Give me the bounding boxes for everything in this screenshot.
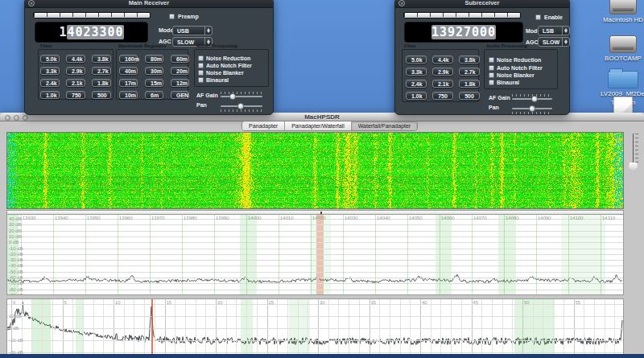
enable-checkbox[interactable] [535, 14, 541, 20]
db-gridline [7, 265, 623, 266]
folder-icon[interactable] [608, 71, 638, 88]
bandstack-button-30m[interactable]: 30m [145, 67, 163, 75]
bandstack-button-gen[interactable]: GEN [171, 91, 189, 99]
db-gridline [7, 352, 623, 353]
mhz-gridline [31, 299, 32, 354]
bandstack-button-17m[interactable]: 17m [119, 79, 138, 87]
binaural-checkbox[interactable] [489, 80, 494, 85]
filter-button-1_0k[interactable]: 1.0k [40, 91, 60, 99]
bandstack-button-6m[interactable]: 6m [145, 91, 163, 99]
mhz-gridline [318, 299, 319, 354]
bandstack-button-10m[interactable]: 10m [119, 91, 138, 99]
waterfall-gain-slider[interactable] [629, 134, 640, 175]
mhz-gridline [522, 299, 523, 354]
filter-button-1_8k[interactable]: 1.8k [92, 79, 111, 87]
agc-value: SLOW [543, 38, 559, 47]
bandstack-button-80m[interactable]: 80m [145, 55, 163, 63]
stepper-arrows-icon[interactable] [562, 27, 569, 35]
frequency-display[interactable]: 13927000 [404, 22, 523, 43]
bandstack-button-60m[interactable]: 60m [171, 55, 189, 63]
drive-icon[interactable] [609, 35, 637, 53]
pan-thumb[interactable] [529, 105, 535, 112]
af-gain-thumb[interactable] [531, 96, 538, 102]
stepper-arrows-icon[interactable] [562, 38, 569, 46]
filter-button-5_0k[interactable]: 5.0k [406, 56, 427, 64]
filter-button-2_7k[interactable]: 2.7k [92, 67, 111, 75]
wideband-green-band [289, 299, 310, 354]
filter-button-3_8k[interactable]: 3.8k [92, 55, 111, 63]
filter-button-750[interactable]: 750 [66, 91, 85, 99]
tab-panadapter-waterfall[interactable]: Panadapter/Waterfall [285, 121, 352, 130]
filter-button-500[interactable]: 500 [92, 91, 111, 99]
zoom-traffic-light-icon[interactable] [23, 115, 28, 121]
filter-button-5_0k[interactable]: 5.0k [40, 55, 60, 63]
panadapter-display[interactable]: 40 dB30 dB20 dB10 dB0 dB-10 dB-20 dB-30 … [6, 214, 624, 295]
filter-button-4_4k[interactable]: 4.4k [66, 55, 85, 63]
binaural-checkbox[interactable] [198, 77, 204, 83]
frequency-display[interactable]: 14023300 [35, 22, 148, 43]
mhz-gridline [205, 299, 206, 354]
desktop-icon-bootcamp[interactable]: BOOTCAMP [601, 35, 644, 62]
auto-notch-filter-checkbox[interactable] [489, 65, 494, 71]
bandstack-button-12m[interactable]: 12m [171, 79, 189, 87]
filter-button-2_1k[interactable]: 2.1k [432, 80, 453, 88]
noise-reduction-checkbox[interactable] [198, 56, 204, 61]
waterfall-display[interactable] [6, 132, 624, 209]
wideband-spectrum-display[interactable]: 05101520253035404550556010 dB0 dB-10 dB-… [6, 298, 624, 355]
filter-button-3_3k[interactable]: 3.3k [40, 67, 60, 75]
filter-button-2_4k[interactable]: 2.4k [406, 80, 427, 88]
bandstack-button-40m[interactable]: 40m [119, 67, 138, 75]
minimize-traffic-light-icon[interactable] [14, 115, 19, 121]
bandstack-button-160m[interactable]: 160m [119, 55, 138, 63]
pan-thumb[interactable] [237, 103, 244, 109]
bandstack-group-label: Bandstack Registers [118, 43, 166, 48]
mode-dropdown[interactable]: LSB [538, 26, 570, 35]
mhz-gridline [584, 299, 584, 354]
filter-button-2_4k[interactable]: 2.4k [40, 79, 60, 87]
noise-reduction-checkbox[interactable] [489, 57, 494, 63]
filter-button-2_9k[interactable]: 2.9k [66, 67, 85, 75]
slider-thumb[interactable] [629, 163, 638, 171]
filter-button-750[interactable]: 750 [432, 92, 453, 100]
filter-button-3_8k[interactable]: 3.8k [459, 56, 480, 64]
filter-button-1_8k[interactable]: 1.8k [459, 80, 480, 88]
close-icon[interactable]: ✕ [28, 0, 35, 6]
filter-button-500[interactable]: 500 [459, 92, 480, 100]
agc-dropdown[interactable]: SLOW [538, 37, 570, 47]
stepper-arrows-icon[interactable] [204, 27, 212, 35]
checkbox-label: Noise Blanker [206, 70, 244, 76]
tab-waterfall-panadapter[interactable]: Waterfall/Panadapter [352, 121, 418, 130]
mode-dropdown[interactable]: USB [172, 26, 213, 35]
tab-panadapter[interactable]: Panadapter [242, 121, 285, 130]
filter-button-2_9k[interactable]: 2.9k [432, 68, 453, 76]
mhz-gridline [93, 299, 94, 354]
tuning-ruler[interactable] [33, 12, 151, 19]
bandstack-button-20m[interactable]: 20m [171, 67, 189, 75]
filter-button-1_0k[interactable]: 1.0k [406, 92, 427, 100]
desktop-icon-document[interactable] [601, 97, 644, 114]
noise-blanker-checkbox[interactable] [489, 72, 494, 78]
filter-button-3_3k[interactable]: 3.3k [406, 68, 427, 76]
main-receiver-titlebar[interactable]: ✕ Main Receiver [25, 0, 273, 8]
filter-button-2_7k[interactable]: 2.7k [459, 68, 480, 76]
db-tick-label: 20 dB [9, 228, 22, 233]
document-icon[interactable] [613, 97, 633, 114]
pan-ticks [512, 112, 552, 114]
filter-button-4_4k[interactable]: 4.4k [432, 56, 453, 64]
af-gain-slider[interactable] [512, 98, 552, 100]
noise-blanker-checkbox[interactable] [198, 70, 204, 76]
preamp-checkbox[interactable] [169, 14, 175, 19]
filter-button-2_1k[interactable]: 2.1k [66, 79, 85, 87]
drive-icon[interactable] [609, 0, 637, 14]
close-icon[interactable]: ✕ [398, 0, 405, 6]
af-gain-thumb[interactable] [229, 93, 236, 100]
desktop-icon-macintosh-hd[interactable]: Macintosh HD [601, 0, 644, 23]
pan-slider[interactable] [512, 108, 552, 109]
auto-notch-filter-checkbox[interactable] [198, 63, 204, 68]
pan-slider[interactable] [221, 105, 262, 107]
bandstack-button-15m[interactable]: 15m [145, 79, 163, 87]
tuning-ruler[interactable] [403, 12, 521, 19]
subreceiver-titlebar[interactable]: ✕ Subreceiver [395, 0, 569, 8]
af-gain-slider[interactable] [221, 96, 262, 97]
close-traffic-light-icon[interactable] [5, 115, 10, 121]
